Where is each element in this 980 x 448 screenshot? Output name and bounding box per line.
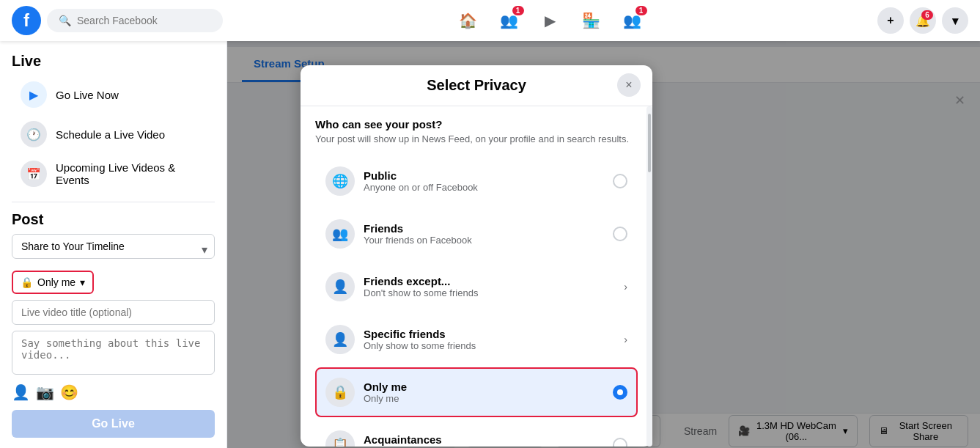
only-me-modal-title: Only me (364, 381, 613, 393)
page-layout: Live ▶ Go Live Now 🕐 Schedule a Live Vid… (0, 41, 980, 448)
privacy-option-public[interactable]: 🌐 Public Anyone on or off Facebook (315, 156, 638, 206)
public-text: Public Anyone on or off Facebook (364, 169, 613, 193)
schedule-icon: 🕐 (21, 121, 47, 147)
home-nav-button[interactable]: 🏠 (451, 3, 486, 38)
friends-except-icon: 👤 (325, 272, 355, 301)
acquaintances-title: Acquaintances (364, 433, 613, 446)
privacy-option-only-me[interactable]: 🔒 Only me Only me (315, 367, 638, 417)
go-live-icon: ▶ (21, 81, 47, 108)
acquaintances-text: Acquaintances Your custom list (364, 433, 613, 447)
notifications-button[interactable]: 🔔 6 (910, 7, 936, 34)
friends-except-chevron: › (624, 281, 627, 293)
public-radio[interactable] (613, 174, 627, 188)
post-icons-row: 👤 📷 😊 (12, 383, 215, 401)
select-privacy-modal: Select Privacy × Who can see your post? … (301, 65, 652, 447)
notifications-badge: 6 (921, 10, 933, 20)
privacy-description: Your post will show up in News Feed, on … (315, 133, 638, 144)
groups-badge: 1 (635, 6, 647, 15)
only-me-button[interactable]: 🔒 Only me ▾ (12, 271, 94, 294)
privacy-option-specific[interactable]: 👤 Specific friends Only show to some fri… (315, 315, 638, 364)
sidebar-item-go-live[interactable]: ▶ Go Live Now (12, 76, 215, 114)
modal-scrollbar-track (646, 106, 652, 447)
photo-icon[interactable]: 📷 (36, 383, 54, 401)
lock-icon: 🔒 (21, 276, 33, 288)
go-live-label: Go Live Now (56, 89, 119, 101)
modal-body: Who can see your post? Your post will sh… (301, 106, 652, 447)
emoji-icon[interactable]: 😊 (60, 383, 78, 401)
upcoming-icon: 📅 (21, 161, 47, 187)
share-to-select[interactable]: Share to Your Timeline (12, 234, 215, 259)
friends-nav-button[interactable]: 👥 1 (492, 3, 527, 38)
facebook-logo[interactable]: f (12, 6, 41, 35)
acquaintances-icon: 📋 (325, 430, 355, 447)
public-subtitle: Anyone on or off Facebook (364, 182, 613, 193)
sidebar-item-upcoming[interactable]: 📅 Upcoming Live Videos & Events (12, 155, 215, 193)
acquaintances-radio[interactable] (613, 438, 627, 447)
friends-subtitle: Your friends on Facebook (364, 235, 613, 246)
account-menu-button[interactable]: ▾ (942, 7, 968, 34)
public-title: Public (364, 169, 613, 182)
only-me-modal-subtitle: Only me (364, 393, 613, 404)
only-me-text: Only me (37, 276, 75, 288)
friends-radio[interactable] (613, 227, 627, 241)
friends-text: Friends Your friends on Facebook (364, 222, 613, 246)
friends-except-title: Friends except... (364, 275, 624, 287)
only-me-modal-icon: 🔒 (325, 378, 355, 407)
navbar-right: + 🔔 6 ▾ (877, 7, 968, 34)
modal-close-button[interactable]: × (617, 73, 641, 97)
acquaintances-subtitle: Your custom list (364, 446, 613, 447)
nav-center: 🏠 👥 1 ▶ 🏪 👥 1 (223, 3, 877, 38)
watch-nav-button[interactable]: ▶ (533, 3, 568, 38)
schedule-label: Schedule a Live Video (56, 128, 165, 141)
live-section-title: Live (12, 53, 215, 70)
only-me-radio[interactable] (613, 385, 627, 400)
modal-scrollbar-thumb[interactable] (648, 114, 651, 172)
friends-except-subtitle: Don't show to some friends (364, 287, 624, 298)
specific-friends-title: Specific friends (364, 328, 624, 340)
say-something-textarea[interactable] (12, 331, 215, 375)
privacy-question: Who can see your post? (315, 118, 638, 131)
friends-icon: 👥 (325, 219, 355, 249)
friends-title: Friends (364, 222, 613, 235)
modal-overlay[interactable]: Select Privacy × Who can see your post? … (227, 41, 980, 448)
specific-friends-chevron: › (624, 334, 627, 345)
modal-title: Select Privacy (427, 77, 526, 94)
friends-badge: 1 (512, 6, 524, 15)
main-content: Stream Setup ✕ 📷 Use Camera 🔗 Use Paired… (227, 41, 980, 448)
sidebar: Live ▶ Go Live Now 🕐 Schedule a Live Vid… (0, 41, 227, 448)
public-icon: 🌐 (325, 166, 355, 196)
marketplace-nav-button[interactable]: 🏪 (574, 3, 609, 38)
search-input[interactable] (77, 15, 211, 26)
sidebar-divider (12, 202, 215, 202)
sidebar-item-schedule[interactable]: 🕐 Schedule a Live Video (12, 115, 215, 153)
create-button[interactable]: + (877, 7, 904, 34)
share-to-wrapper[interactable]: Share to Your Timeline (12, 234, 215, 265)
specific-friends-subtitle: Only show to some friends (364, 340, 624, 351)
specific-friends-text: Specific friends Only show to some frien… (364, 328, 624, 351)
groups-nav-button[interactable]: 👥 1 (615, 3, 650, 38)
specific-friends-icon: 👤 (325, 325, 355, 354)
search-icon: 🔍 (59, 15, 71, 26)
go-live-button[interactable]: Go Live (12, 410, 215, 438)
privacy-option-friends-except[interactable]: 👤 Friends except... Don't show to some f… (315, 262, 638, 312)
search-bar[interactable]: 🔍 (47, 9, 223, 32)
privacy-option-acquaintances[interactable]: 📋 Acquaintances Your custom list (315, 420, 638, 447)
live-title-input[interactable] (12, 300, 215, 325)
navbar: f 🔍 🏠 👥 1 ▶ 🏪 👥 1 + 🔔 6 ▾ (0, 0, 980, 41)
post-section-title: Post (12, 211, 215, 228)
only-me-chevron: ▾ (80, 276, 85, 288)
friends-except-text: Friends except... Don't show to some fri… (364, 275, 624, 298)
privacy-option-friends[interactable]: 👥 Friends Your friends on Facebook (315, 209, 638, 259)
upcoming-label: Upcoming Live Videos & Events (56, 161, 206, 186)
modal-header: Select Privacy × (301, 65, 652, 106)
tag-friends-icon[interactable]: 👤 (12, 383, 30, 401)
only-me-modal-text: Only me Only me (364, 381, 613, 404)
